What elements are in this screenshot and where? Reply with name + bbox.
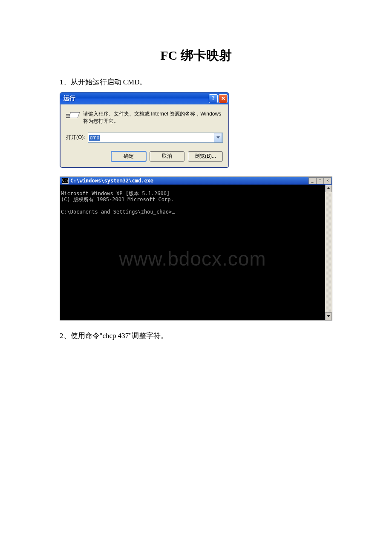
open-dropdown-button[interactable]: [214, 133, 222, 142]
ok-button[interactable]: 确定: [111, 151, 146, 162]
scroll-track[interactable]: [325, 192, 332, 312]
minimize-button[interactable]: _: [308, 177, 316, 184]
cancel-button[interactable]: 取消: [150, 151, 184, 162]
cmd-scrollbar[interactable]: [325, 185, 332, 320]
run-message: 请键入程序、文件夹、文档或 Internet 资源的名称，Windows 将为您…: [83, 110, 223, 125]
open-input-value: cmd: [89, 135, 101, 141]
cmd-prompt: C:\Documents and Settings\zhou_chao>: [61, 209, 172, 215]
cmd-title: C:\windows\system32\cmd.exe: [70, 178, 153, 184]
cmd-output[interactable]: Microsoft Windows XP [版本 5.1.2600](C) 版权…: [60, 185, 325, 320]
cmd-window: C:\ C:\windows\system32\cmd.exe _ □ × Mi…: [60, 176, 332, 321]
open-label: 打开(O):: [66, 134, 85, 141]
cmd-close-button[interactable]: ×: [324, 177, 331, 184]
run-dialog: 运行 请键入程序、文件夹、文档或 Internet 资源的名称，Windows …: [60, 92, 229, 168]
open-input[interactable]: cmd: [88, 133, 223, 143]
watermark: www.bdocx.com: [119, 247, 266, 270]
maximize-button[interactable]: □: [316, 177, 324, 184]
run-icon: [66, 111, 79, 121]
scroll-up-button[interactable]: [325, 185, 332, 192]
run-dialog-titlebar[interactable]: 运行: [60, 92, 229, 104]
step-2-text: 2、使用命令"chcp 437"调整字符。: [60, 331, 332, 341]
step-1-text: 1、从开始运行启动 CMD。: [60, 77, 332, 87]
cmd-line-2: (C) 版权所有 1985-2001 Microsoft Corp.: [61, 197, 324, 202]
browse-button[interactable]: 浏览(B)...: [188, 151, 223, 162]
scroll-down-button[interactable]: [325, 312, 332, 320]
cmd-line-1: Microsoft Windows XP [版本 5.1.2600]: [61, 191, 324, 197]
cmd-icon: C:\: [62, 178, 69, 184]
run-dialog-title: 运行: [63, 95, 75, 102]
help-button[interactable]: [209, 94, 218, 103]
cmd-titlebar[interactable]: C:\ C:\windows\system32\cmd.exe _ □ ×: [60, 177, 332, 185]
doc-title: FC 绑卡映射: [60, 47, 332, 64]
close-button[interactable]: [219, 94, 228, 103]
cmd-cursor: [172, 208, 175, 214]
